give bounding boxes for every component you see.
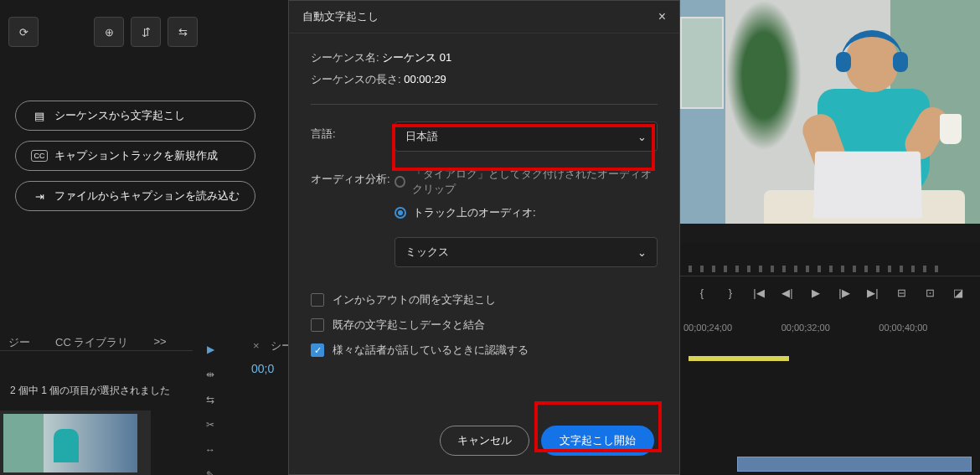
highlight-annotation [534,401,662,452]
import-icon: ⇥ [31,190,48,202]
zoom-ruler[interactable] [680,243,980,276]
create-caption-track-button[interactable]: CC キャプショントラックを新規作成 [15,141,255,171]
left-panel-tabs: ジー CC ライブラリ >> [0,335,193,351]
radio-icon [395,176,405,188]
step-back-button[interactable]: ◀| [779,287,796,299]
razor-tool[interactable]: ✂ [199,415,221,435]
timecode-mark: 00;00;40;00 [879,323,927,333]
export-frame-button[interactable]: ◪ [950,287,967,299]
expand-button[interactable]: ⇵ [131,17,161,47]
cancel-button[interactable]: キャンセル [440,426,529,456]
chevron-down-icon: ⌄ [637,246,647,259]
mark-out-button[interactable]: } [722,287,739,299]
extract-button[interactable]: ⊡ [921,287,938,299]
timeline-panel: { } |◀ ◀| ▶ |▶ ▶| ⊟ ⊡ ◪ 00;00;24;00 00;0… [680,243,980,475]
ripple-tool[interactable]: ⇆ [199,390,221,410]
pen-tool[interactable]: ✎ [199,465,221,475]
clip-thumbnail[interactable] [3,414,137,472]
timecode-display[interactable]: 00;0 [251,362,274,375]
radio-dialog-tagged[interactable]: 「ダイアログ」としてタグ付けされたオーディオクリップ [395,167,658,197]
import-caption-file-button[interactable]: ⇥ ファイルからキャプションを読み込む [15,181,255,211]
tab-ji[interactable]: ジー [8,335,30,350]
go-to-in-button[interactable]: |◀ [750,287,767,299]
project-thumbnail-panel [0,410,151,475]
radio-label: トラック上のオーディオ: [413,205,536,220]
checkbox-speaker-detection[interactable]: ✓ 様々な話者が話しているときに認識する [311,343,658,358]
track-select-tool[interactable]: ⇹ [199,364,221,385]
checkbox-icon [311,293,324,307]
checkbox-label: インからアウトの間を文字起こし [333,292,496,307]
timeline-clip[interactable] [737,457,972,472]
tab-close-icon[interactable]: × [253,339,260,352]
refresh-button[interactable]: ⟳ [8,17,39,47]
audio-analysis-label: オーディオ分析: [311,167,395,187]
radio-icon [395,207,406,219]
timecode-mark: 00;00;32;00 [781,323,830,333]
checkbox-label: 様々な話者が話しているときに認識する [333,343,529,358]
transcript-icon: ▤ [31,110,48,121]
program-monitor [680,0,980,224]
checkbox-icon [311,318,324,332]
lift-button[interactable]: ⊟ [893,287,910,299]
sequence-length-value: 00:00:29 [404,73,446,85]
selection-status: 2 個中 1 個の項目が選択されました [10,384,170,398]
sequence-name-value: シーケンス 01 [382,51,451,64]
timecode-mark: 00;00;24;00 [683,323,732,333]
checkbox-icon: ✓ [311,343,324,357]
checkbox-merge-existing[interactable]: 既存の文字起こしデータと結合 [311,318,658,333]
tab-overflow[interactable]: >> [153,335,166,350]
button-label: ファイルからキャプションを読み込む [54,188,240,204]
highlight-annotation [392,124,655,171]
cc-icon: CC [31,150,48,162]
sequence-name-label: シーケンス名: [311,51,379,64]
play-button[interactable]: ▶ [807,287,824,299]
slip-tool[interactable]: ↔ [199,440,221,460]
sequence-length-label: シーケンスの長さ: [311,73,401,85]
tab-cc-library[interactable]: CC ライブラリ [55,335,128,350]
step-forward-button[interactable]: |▶ [836,287,853,299]
language-label: 言語: [311,121,395,142]
go-to-out-button[interactable]: ▶| [864,287,881,299]
work-area-bar[interactable] [689,356,789,361]
button-label: シーケンスから文字起こし [54,108,185,123]
button-label: キャプショントラックを新規作成 [54,148,218,163]
track-select[interactable]: ミックス ⌄ [395,237,658,267]
radio-label: 「ダイアログ」としてタグ付けされたオーディオクリップ [412,167,658,197]
track-value: ミックス [405,245,449,260]
add-button[interactable]: ⊕ [94,17,124,47]
selection-tool[interactable]: ▶ [199,339,221,359]
collapse-button[interactable]: ⇆ [168,17,198,47]
radio-track-audio[interactable]: トラック上のオーディオ: [395,205,658,220]
time-ruler[interactable]: 00;00;24;00 00;00;32;00 00;00;40;00 [680,309,980,336]
mark-in-button[interactable]: { [694,287,710,299]
dialog-title: 自動文字起こし [302,9,379,24]
checkbox-label: 既存の文字起こしデータと結合 [333,318,485,333]
checkbox-in-out[interactable]: インからアウトの間を文字起こし [311,292,658,307]
close-icon[interactable]: × [658,9,666,24]
transcribe-from-sequence-button[interactable]: ▤ シーケンスから文字起こし [15,101,255,131]
